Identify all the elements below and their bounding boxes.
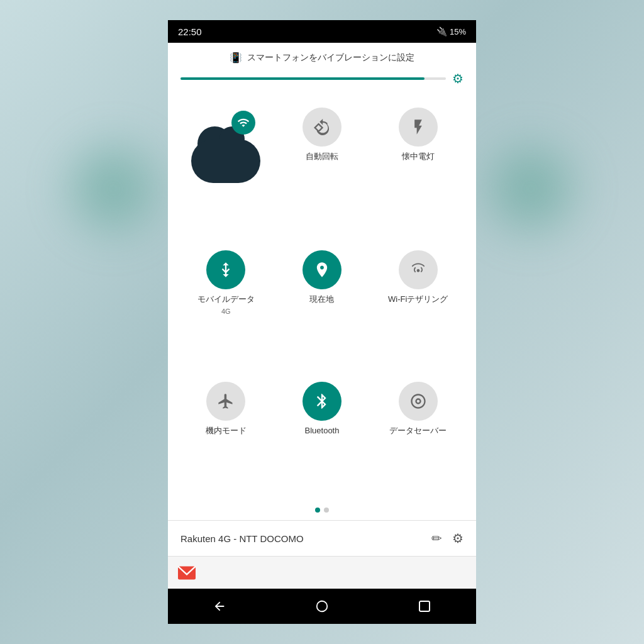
quick-settings-panel: 📳 スマートフォンをバイブレーションに設定 ⚙ [168, 43, 476, 556]
wifi-cloud-icon [185, 108, 267, 183]
wifi-tethering-icon-wrap [399, 250, 438, 289]
svg-point-0 [416, 399, 420, 404]
airplane-icon-wrap [206, 382, 245, 421]
nav-bar [168, 589, 476, 624]
tile-wifi-tethering[interactable]: Wi-Fiテザリング [370, 243, 466, 375]
network-icons: ✏ ⚙ [431, 531, 464, 546]
data-saver-icon-wrap [399, 382, 438, 421]
network-name: Rakuten 4G - NTT DOCOMO [180, 533, 304, 544]
home-button[interactable] [309, 594, 335, 619]
auto-rotate-icon-wrap [303, 108, 341, 147]
location-label: 現在地 [309, 294, 334, 305]
auto-rotate-label: 自動回転 [306, 152, 338, 162]
wifi-active-badge [231, 111, 255, 135]
vibrate-text: スマートフォンをバイブレーションに設定 [247, 52, 414, 64]
flashlight-icon-wrap [399, 108, 438, 147]
airplane-label: 機内モード [206, 426, 247, 436]
gmail-notification-icon[interactable] [178, 566, 196, 580]
network-edit-icon[interactable]: ✏ [431, 531, 442, 546]
vibrate-icon: 📳 [230, 52, 242, 64]
battery-icon: 🔌 [436, 26, 447, 36]
mobile-data-label: モバイルデータ [197, 294, 255, 305]
wifi-tethering-label: Wi-Fiテザリング [388, 294, 448, 305]
data-saver-label: データセーバー [389, 426, 447, 436]
bluetooth-label: Bluetooth [305, 426, 340, 436]
network-settings-icon[interactable]: ⚙ [452, 531, 464, 546]
battery-level: 15% [450, 27, 466, 36]
tile-wifi[interactable] [178, 100, 274, 243]
page-dot-0[interactable] [315, 508, 320, 513]
tile-data-saver[interactable]: データセーバー [370, 374, 466, 496]
tile-bluetooth[interactable]: Bluetooth [274, 374, 370, 496]
tile-auto-rotate[interactable]: 自動回転 [274, 100, 370, 243]
tile-flashlight[interactable]: 懐中電灯 [370, 100, 466, 243]
notification-bar [168, 556, 476, 589]
network-bar: Rakuten 4G - NTT DOCOMO ✏ ⚙ [168, 521, 476, 556]
status-time: 22:50 [178, 26, 202, 37]
phone-screen: 22:50 🔌 15% 📳 スマートフォンをバイブレーションに設定 ⚙ [168, 20, 476, 624]
vibrate-banner: 📳 スマートフォンをバイブレーションに設定 [168, 43, 476, 69]
recents-button[interactable] [412, 594, 437, 619]
mobile-data-icon-wrap [206, 250, 245, 289]
brightness-row: ⚙ [168, 69, 476, 94]
svg-point-2 [317, 601, 328, 612]
status-bar: 22:50 🔌 15% [168, 20, 476, 43]
tile-mobile-data[interactable]: モバイルデータ 4G [178, 243, 274, 375]
flashlight-label: 懐中電灯 [402, 152, 435, 162]
bluetooth-icon-wrap [303, 382, 341, 421]
mobile-data-sublabel: 4G [221, 308, 231, 315]
location-icon-wrap [303, 250, 341, 289]
page-dot-1[interactable] [324, 508, 329, 513]
status-right: 🔌 15% [436, 26, 466, 36]
tile-airplane[interactable]: 機内モード [178, 374, 274, 496]
brightness-fill [180, 77, 425, 80]
back-button[interactable] [207, 594, 232, 619]
brightness-track[interactable] [180, 77, 446, 80]
svg-rect-3 [419, 601, 430, 611]
pagination [168, 502, 476, 520]
brightness-gear-icon[interactable]: ⚙ [452, 71, 464, 86]
tile-location[interactable]: 現在地 [274, 243, 370, 375]
tiles-grid: 自動回転 懐中電灯 モバイルデータ [168, 94, 476, 502]
